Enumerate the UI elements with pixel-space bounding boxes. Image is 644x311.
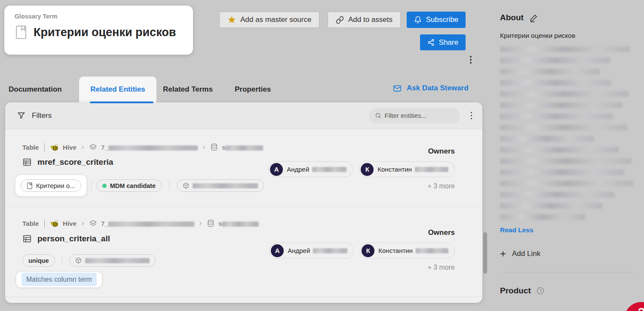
owner-pill[interactable]: А Андрей (269, 243, 354, 259)
tab-properties[interactable]: Properties (235, 85, 271, 94)
asset-type-label: Table (22, 144, 39, 151)
source-label: Hive (63, 220, 77, 227)
redacted-database-name (222, 222, 259, 227)
redacted-text-line (500, 46, 630, 52)
add-as-master-source-button[interactable]: Add as master source (219, 12, 319, 28)
edit-about-icon[interactable] (529, 13, 538, 22)
glossary-term-pill-label: Критерии о... (36, 182, 75, 189)
share-button[interactable]: Share (420, 34, 466, 50)
redacted-text-line (500, 169, 624, 175)
avatar: А (270, 163, 283, 176)
header-more-menu[interactable] (468, 54, 473, 65)
glossary-term-icon (15, 25, 28, 40)
entity-card-person-criteria-all[interactable]: Table Hive › 7_ › (5, 207, 482, 297)
avatar: А (271, 244, 284, 257)
unique-pill[interactable]: unique (22, 254, 55, 267)
breadcrumb: Table Hive › 7_ › (22, 143, 263, 151)
redacted-owner-surname (313, 248, 347, 253)
entity-name[interactable]: person_criteria_all (37, 234, 110, 243)
star-icon (227, 15, 236, 24)
add-link-button[interactable]: + Add Link (500, 249, 635, 259)
link-icon (336, 16, 344, 24)
avatar: К (361, 163, 374, 176)
unique-label: unique (28, 257, 49, 264)
filter-funnel-icon[interactable] (17, 111, 25, 120)
database-icon (207, 219, 215, 227)
envelope-icon (393, 84, 402, 92)
owner-pill[interactable]: А Андрей (268, 161, 353, 177)
tab-related-terms[interactable]: Related Terms (163, 85, 213, 94)
redacted-text-line (500, 114, 613, 119)
tab-related-entities[interactable]: Related Entities (79, 77, 156, 102)
more-owners-link[interactable]: + 3 more (269, 264, 455, 271)
redacted-owner-surname (312, 167, 347, 172)
owner-first-name: Андрей (288, 247, 310, 254)
schema-name-prefix: 7_ (101, 220, 108, 227)
database-name-prefix: s (222, 144, 225, 151)
hive-logo-icon (50, 143, 59, 151)
ask-data-steward-label: Ask Data Steward (407, 84, 469, 92)
plus-icon: + (500, 249, 506, 259)
related-entities-panel: Filters Table Hive (5, 102, 482, 303)
owners-section: Owners А Андрей К Константин + 3 more (269, 228, 455, 271)
entity-name-row[interactable]: person_criteria_all (22, 234, 110, 243)
classification-pill[interactable] (177, 179, 264, 192)
entity-pills-row: Критерии о... MDM candidate (15, 175, 264, 196)
entity-pills-row: unique (22, 254, 156, 267)
share-label: Share (439, 38, 458, 47)
database-icon (210, 143, 218, 151)
panel-more-menu[interactable] (469, 110, 474, 121)
tab-related-terms-label: Related Terms (163, 85, 213, 93)
help-question-mark: ? (638, 305, 644, 311)
mdm-candidate-pill[interactable]: MDM candidate (96, 179, 162, 192)
read-less-link[interactable]: Read Less (500, 226, 534, 234)
add-to-assets-label: Add to assets (348, 15, 393, 24)
add-to-assets-button[interactable]: Add to assets (328, 12, 401, 28)
filter-entities-input[interactable] (385, 112, 449, 119)
subscribe-button[interactable]: Subscribe (407, 12, 466, 28)
owner-pill[interactable]: К Константин (360, 243, 455, 259)
share-icon (427, 39, 435, 46)
page-title: Критерии оценки рисков (34, 26, 176, 39)
clock-icon (536, 286, 545, 295)
schema-icon (89, 219, 97, 228)
tab-documentation[interactable]: Documentation (9, 85, 62, 94)
schema-name-prefix: 7_ (101, 144, 108, 151)
avatar: К (362, 244, 374, 257)
filters-label[interactable]: Filters (32, 111, 52, 120)
entity-card-mref-score-criteria[interactable]: Table Hive › 7_ › (5, 129, 482, 207)
ask-data-steward-link[interactable]: Ask Data Steward (393, 84, 469, 92)
active-tab-underline (90, 102, 153, 103)
entity-name-row[interactable]: mref_score_criteria (22, 157, 113, 167)
owner-first-name: Андрей (287, 166, 309, 173)
redacted-text-line (500, 91, 629, 97)
entity-name[interactable]: mref_score_criteria (37, 157, 113, 167)
schema-icon (89, 143, 97, 151)
redacted-text-line (500, 147, 619, 153)
add-as-master-source-label: Add as master source (240, 15, 311, 24)
about-sidebar: About Критерии оценки рисков Read Less +… (490, 0, 644, 311)
redacted-about-paragraph (500, 46, 635, 220)
glossary-term-card: Glossary Term Критерии оценки рисков (4, 6, 193, 55)
vertical-scrollbar[interactable] (483, 232, 487, 274)
redacted-text-line (500, 192, 614, 197)
more-owners-link[interactable]: + 3 more (268, 182, 455, 190)
tab-related-entities-label: Related Entities (90, 85, 145, 94)
matches-column-term-badge[interactable]: Matches column term (21, 273, 97, 286)
asset-type-label: Table (22, 220, 39, 227)
hive-logo-icon (50, 219, 59, 228)
subscribe-label: Subscribe (426, 15, 459, 24)
tab-documentation-label: Documentation (9, 85, 62, 93)
glossary-term-pill[interactable]: Критерии о... (21, 179, 81, 192)
classification-pill[interactable] (69, 254, 156, 267)
owner-pill[interactable]: К Константин (359, 161, 455, 177)
filter-entities-search[interactable] (369, 108, 460, 123)
redacted-text-line (500, 214, 585, 220)
redacted-text-line (500, 181, 633, 186)
redacted-text-line (500, 136, 594, 142)
about-title: About (500, 13, 524, 22)
redacted-owner-surname (415, 167, 448, 172)
about-description-first-line: Критерии оценки рисков (500, 32, 635, 40)
database-name-prefix: s (218, 220, 222, 227)
sidebar-divider (500, 272, 635, 272)
